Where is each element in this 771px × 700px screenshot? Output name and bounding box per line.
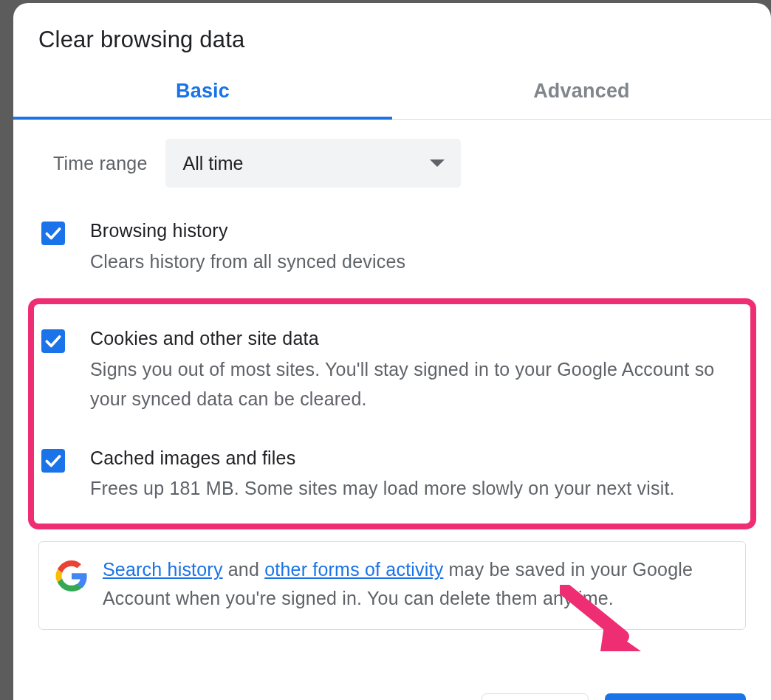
clear-data-button[interactable]: Clear data bbox=[605, 693, 746, 700]
option-text: Browsing history Clears history from all… bbox=[90, 219, 746, 276]
info-text-segment: and bbox=[223, 559, 265, 580]
option-desc: Frees up 181 MB. Some sites may load mor… bbox=[90, 473, 736, 503]
option-cache[interactable]: Cached images and files Frees up 181 MB.… bbox=[38, 439, 736, 511]
dialog-title: Clear browsing data bbox=[13, 3, 771, 71]
check-icon bbox=[44, 224, 63, 243]
check-icon bbox=[44, 332, 63, 351]
dialog-buttons: Cancel Clear data bbox=[13, 693, 771, 700]
chevron-down-icon bbox=[430, 159, 445, 167]
tab-basic[interactable]: Basic bbox=[13, 71, 392, 119]
active-tab-underline bbox=[13, 117, 392, 120]
checkbox-browsing-history[interactable] bbox=[41, 222, 65, 245]
time-range-row: Time range All time bbox=[38, 139, 746, 188]
dialog-content: Time range All time Browsing history Cle… bbox=[13, 120, 771, 630]
tab-bar: Basic Advanced bbox=[13, 71, 771, 120]
option-title: Cookies and other site data bbox=[90, 326, 736, 351]
info-text: Search history and other forms of activi… bbox=[103, 555, 729, 613]
option-browsing-history[interactable]: Browsing history Clears history from all… bbox=[38, 213, 746, 285]
google-account-info-box: Search history and other forms of activi… bbox=[38, 541, 746, 630]
option-title: Cached images and files bbox=[90, 446, 736, 471]
option-text: Cookies and other site data Signs you ou… bbox=[90, 326, 736, 414]
checkbox-cache[interactable] bbox=[41, 449, 65, 473]
checkbox-cookies[interactable] bbox=[41, 329, 65, 353]
option-cookies[interactable]: Cookies and other site data Signs you ou… bbox=[38, 319, 736, 421]
option-text: Cached images and files Frees up 181 MB.… bbox=[90, 446, 736, 504]
tab-advanced[interactable]: Advanced bbox=[392, 71, 771, 119]
time-range-label: Time range bbox=[53, 153, 148, 174]
option-desc: Signs you out of most sites. You'll stay… bbox=[90, 354, 736, 414]
option-desc: Clears history from all synced devices bbox=[90, 247, 746, 276]
search-history-link[interactable]: Search history bbox=[103, 559, 223, 580]
cancel-button[interactable]: Cancel bbox=[482, 693, 589, 700]
other-activity-link[interactable]: other forms of activity bbox=[264, 559, 443, 580]
annotation-highlight-box: Cookies and other site data Signs you ou… bbox=[28, 298, 756, 530]
check-icon bbox=[44, 451, 63, 470]
clear-browsing-data-dialog: Clear browsing data Basic Advanced Time … bbox=[13, 3, 771, 700]
time-range-select[interactable]: All time bbox=[165, 139, 461, 188]
google-logo-icon bbox=[55, 560, 88, 592]
time-range-value: All time bbox=[183, 153, 244, 174]
option-title: Browsing history bbox=[90, 219, 746, 244]
